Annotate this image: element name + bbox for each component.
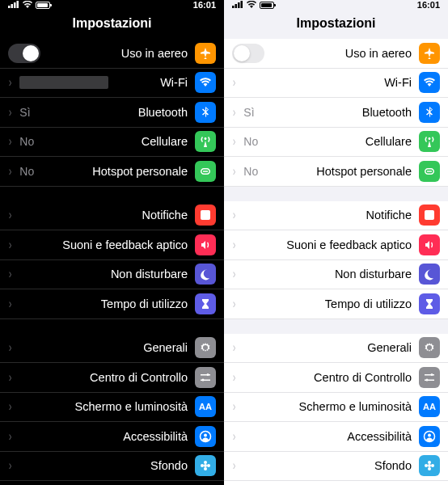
row-label: Non disturbare: [19, 268, 188, 280]
row-label: Tempo di utilizzo: [19, 297, 188, 310]
row-label: Centro di Controllo: [243, 371, 412, 384]
settings-row-siri[interactable]: Siri e ricerca‹: [224, 481, 448, 485]
sliders-icon: [195, 367, 216, 388]
row-label: Wi-Fi: [243, 76, 412, 89]
status-indicators: [8, 0, 50, 10]
settings-row-wallpaper[interactable]: Sfondo‹: [0, 452, 224, 482]
settings-row-screentime[interactable]: Tempo di utilizzo‹: [224, 289, 448, 319]
settings-row-siri[interactable]: Siri e ricerca‹: [0, 481, 224, 485]
text-icon: [419, 396, 440, 417]
settings-row-controlcenter[interactable]: Centro di Controllo‹: [0, 363, 224, 393]
airplane-icon: [195, 43, 216, 64]
settings-row-bluetooth[interactable]: BluetoothSì‹: [224, 98, 448, 128]
chevron-icon: ‹: [233, 458, 236, 473]
settings-group: Uso in aereoWi-Fi‹BluetoothSì‹CellulareN…: [224, 39, 448, 187]
settings-list: Uso in aereoWi-Fi‹BluetoothSì‹CellulareN…: [0, 39, 224, 485]
bell-icon: [195, 205, 216, 226]
chevron-icon: ‹: [9, 238, 12, 252]
toggle-airplane[interactable]: [8, 44, 40, 63]
settings-row-display[interactable]: Schermo e luminosità‹: [224, 393, 448, 423]
row-label: Schermo e luminosità: [19, 400, 188, 413]
settings-row-hotspot[interactable]: Hotspot personaleNo‹: [224, 157, 448, 187]
settings-row-notifications[interactable]: Notifiche‹: [224, 201, 448, 231]
row-label: Centro di Controllo: [19, 371, 188, 384]
settings-row-accessibility[interactable]: Accessibilità‹: [0, 422, 224, 452]
row-label: Non disturbare: [243, 268, 412, 280]
row-label: Schermo e luminosità: [243, 400, 412, 413]
chevron-icon: ‹: [233, 105, 236, 120]
settings-group: Generali‹Centro di Controllo‹Schermo e l…: [0, 334, 224, 486]
row-label: Hotspot personale: [41, 165, 188, 178]
hourglass-icon: [419, 293, 440, 314]
settings-row-display[interactable]: Schermo e luminosità‹: [0, 393, 224, 423]
settings-list: Uso in aereoWi-Fi‹BluetoothSì‹CellulareN…: [224, 39, 448, 485]
status-indicators: [232, 0, 274, 10]
row-label: Uso in aereo: [272, 47, 412, 60]
settings-row-cellular[interactable]: CellulareNo‹: [224, 128, 448, 158]
settings-row-cellular[interactable]: CellulareNo‹: [0, 128, 224, 158]
settings-row-hotspot[interactable]: Hotspot personaleNo‹: [0, 157, 224, 187]
row-value: No: [19, 165, 34, 178]
page-title: Impostazioni: [0, 10, 224, 39]
row-value: Sì: [19, 106, 30, 119]
settings-row-airplane[interactable]: Uso in aereo: [0, 39, 224, 69]
settings-row-wifi[interactable]: Wi-Fi‹: [224, 69, 448, 99]
link-icon: [419, 161, 440, 182]
chevron-icon: ‹: [233, 340, 236, 355]
phone-dark: 16:01 Impostazioni Uso in aereoWi-Fi‹Blu…: [0, 0, 224, 485]
status-time: 16:01: [193, 0, 216, 10]
svg-rect-2: [14, 2, 16, 8]
row-label: Cellulare: [41, 135, 188, 148]
settings-row-airplane[interactable]: Uso in aereo: [224, 39, 448, 69]
settings-row-dnd[interactable]: Non disturbare‹: [0, 260, 224, 290]
toggle-airplane[interactable]: [232, 44, 264, 63]
person-icon: [195, 426, 216, 447]
settings-row-general[interactable]: Generali‹: [0, 334, 224, 364]
row-label: Accessibilità: [19, 430, 188, 443]
settings-row-sounds[interactable]: Suoni e feedback aptico‹: [0, 230, 224, 260]
row-label: Bluetooth: [38, 106, 188, 119]
chevron-icon: ‹: [9, 297, 12, 311]
settings-row-sounds[interactable]: Suoni e feedback aptico‹: [224, 230, 448, 260]
flower-icon: [195, 455, 216, 476]
settings-group: Generali‹Centro di Controllo‹Schermo e l…: [224, 334, 448, 486]
chevron-icon: ‹: [233, 75, 236, 90]
wifi-status-icon: [247, 0, 256, 10]
settings-row-general[interactable]: Generali‹: [224, 334, 448, 364]
svg-rect-6: [238, 2, 240, 8]
moon-icon: [419, 264, 440, 285]
bluetooth-icon: [195, 102, 216, 123]
settings-row-accessibility[interactable]: Accessibilità‹: [224, 422, 448, 452]
row-value: Sì: [243, 106, 254, 119]
chevron-icon: ‹: [9, 134, 12, 149]
row-label: Tempo di utilizzo: [243, 297, 412, 310]
chevron-icon: ‹: [233, 164, 236, 179]
row-value: No: [243, 165, 258, 178]
chevron-icon: ‹: [9, 105, 12, 120]
row-value: No: [19, 135, 34, 148]
antenna-icon: [419, 131, 440, 152]
flower-icon: [419, 455, 440, 476]
chevron-icon: ‹: [9, 164, 12, 179]
row-label: Hotspot personale: [265, 165, 412, 178]
settings-row-bluetooth[interactable]: BluetoothSì‹: [0, 98, 224, 128]
svg-rect-7: [241, 1, 243, 8]
settings-row-wallpaper[interactable]: Sfondo‹: [224, 452, 448, 482]
settings-row-dnd[interactable]: Non disturbare‹: [224, 260, 448, 290]
chevron-icon: ‹: [9, 429, 12, 444]
chevron-icon: ‹: [9, 267, 12, 281]
speaker-icon: [195, 234, 216, 255]
chevron-icon: ‹: [9, 208, 12, 222]
airplane-icon: [419, 43, 440, 64]
chevron-icon: ‹: [9, 340, 12, 355]
row-label: Cellulare: [265, 135, 412, 148]
settings-group: Notifiche‹Suoni e feedback aptico‹Non di…: [224, 201, 448, 319]
settings-row-controlcenter[interactable]: Centro di Controllo‹: [224, 363, 448, 393]
battery-icon: [36, 2, 50, 9]
phone-light: 16:01 Impostazioni Uso in aereoWi-Fi‹Blu…: [224, 0, 448, 485]
wifi-status-icon: [23, 0, 32, 10]
settings-row-notifications[interactable]: Notifiche‹: [0, 201, 224, 231]
settings-row-screentime[interactable]: Tempo di utilizzo‹: [0, 289, 224, 319]
settings-group: Uso in aereoWi-Fi‹BluetoothSì‹CellulareN…: [0, 39, 224, 187]
settings-row-wifi[interactable]: Wi-Fi‹: [0, 69, 224, 99]
